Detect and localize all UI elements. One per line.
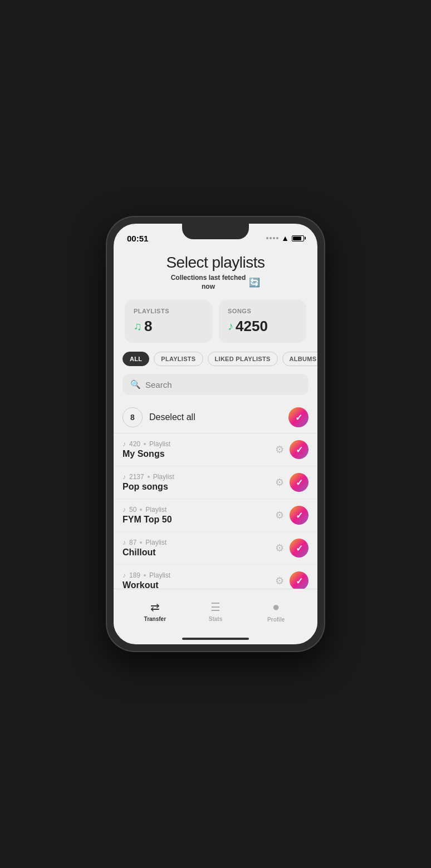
playlist-type: Playlist	[153, 473, 174, 481]
wifi-icon: ▲	[281, 234, 289, 243]
playlist-info: ♪ 189 Playlist Workout	[123, 571, 270, 589]
settings-icon[interactable]: ⚙	[275, 575, 284, 587]
playlist-name: My Songs	[123, 449, 270, 459]
deselect-row: 8 Deselect all ✓	[114, 402, 317, 433]
profile-nav-label: Profile	[267, 617, 285, 623]
music-note-icon: ♪	[123, 440, 126, 448]
filter-albums[interactable]: ALBUMS	[282, 352, 317, 366]
phone-frame: 00:51 ▲ Select playlists Collections las…	[107, 217, 324, 651]
playlist-actions: ⚙ ✓	[275, 473, 308, 492]
list-item: ♪ 2137 Playlist Pop songs ⚙ ✓	[114, 466, 317, 499]
playlist-meta: ♪ 189 Playlist	[123, 571, 270, 579]
header: Select playlists Collections last fetche…	[114, 248, 317, 300]
notch	[182, 224, 249, 239]
song-count: 2137	[129, 473, 144, 481]
settings-icon[interactable]: ⚙	[275, 509, 284, 521]
stats-nav-label: Stats	[209, 616, 222, 622]
nav-item-stats[interactable]: ☰ Stats	[185, 600, 246, 622]
playlist-type: Playlist	[145, 506, 166, 514]
nav-item-transfer[interactable]: ⇄ Transfer	[125, 600, 185, 622]
songs-value: ♪ 4250	[228, 318, 297, 335]
playlist-name: Workout	[123, 580, 270, 589]
playlist-meta: ♪ 2137 Playlist	[123, 473, 270, 481]
filter-all[interactable]: ALL	[123, 352, 149, 366]
stats-nav-icon: ☰	[210, 600, 221, 614]
battery-icon	[292, 235, 304, 241]
phone-screen: 00:51 ▲ Select playlists Collections las…	[114, 224, 317, 644]
dot-separator	[140, 509, 142, 511]
select-playlist-button[interactable]: ✓	[290, 440, 308, 459]
dot-separator	[144, 443, 146, 445]
song-count: 50	[129, 506, 136, 514]
search-input[interactable]	[145, 380, 301, 389]
playlist-actions: ⚙ ✓	[275, 440, 308, 459]
select-playlist-button[interactable]: ✓	[290, 506, 308, 525]
music-note-icon: ♪	[123, 473, 126, 481]
settings-icon[interactable]: ⚙	[275, 542, 284, 554]
list-item: ♪ 87 Playlist Chillout ⚙ ✓	[114, 532, 317, 565]
music-note-icon: ♪	[123, 571, 126, 579]
filter-liked-playlists[interactable]: LIKED PLAYLISTS	[208, 352, 278, 366]
deselect-label[interactable]: Deselect all	[149, 412, 282, 422]
selection-count-badge: 8	[123, 407, 143, 427]
stats-row: PLAYLISTS ♫ 8 SONGS ♪ 4250	[114, 300, 317, 352]
list-item: ♪ 420 Playlist My Songs ⚙ ✓	[114, 433, 317, 466]
settings-icon[interactable]: ⚙	[275, 476, 284, 489]
song-count: 189	[129, 571, 140, 579]
checkmark-icon: ✓	[296, 543, 303, 554]
list-item: ♪ 50 Playlist FYM Top 50 ⚙ ✓	[114, 499, 317, 532]
playlist-type: Playlist	[149, 440, 170, 448]
playlist-meta: ♪ 50 Playlist	[123, 506, 270, 514]
playlist-name: Chillout	[123, 548, 270, 558]
search-box: 🔍	[123, 374, 308, 395]
filter-playlists[interactable]: PLAYLISTS	[154, 352, 203, 366]
select-playlist-button[interactable]: ✓	[290, 571, 308, 589]
select-all-button[interactable]: ✓	[288, 407, 308, 427]
playlist-meta: ♪ 420 Playlist	[123, 440, 270, 448]
playlist-info: ♪ 87 Playlist Chillout	[123, 539, 270, 558]
playlist-type: Playlist	[149, 571, 170, 579]
checkmark-icon: ✓	[296, 576, 303, 586]
playlist-actions: ⚙ ✓	[275, 506, 308, 525]
playlist-meta: ♪ 87 Playlist	[123, 539, 270, 546]
playlist-info: ♪ 420 Playlist My Songs	[123, 440, 270, 459]
songs-label: SONGS	[228, 308, 297, 314]
playlist-info: ♪ 2137 Playlist Pop songs	[123, 473, 270, 492]
status-time: 00:51	[127, 234, 148, 243]
home-bar	[182, 638, 249, 640]
songs-icon: ♪	[228, 320, 233, 333]
transfer-nav-icon: ⇄	[150, 600, 160, 614]
dot-separator	[140, 541, 142, 544]
transfer-nav-label: Transfer	[144, 616, 166, 622]
playlist-actions: ⚙ ✓	[275, 571, 308, 589]
nav-item-profile[interactable]: ● Profile	[246, 600, 306, 623]
bottom-nav: ⇄ Transfer ☰ Stats ● Profile	[114, 589, 317, 633]
select-playlist-button[interactable]: ✓	[290, 473, 308, 492]
playlist-info: ♪ 50 Playlist FYM Top 50	[123, 506, 270, 525]
dot-separator	[144, 574, 146, 576]
filter-tabs: ALL PLAYLISTS LIKED PLAYLISTS ALBUMS	[114, 352, 317, 374]
profile-nav-icon: ●	[272, 600, 280, 614]
settings-icon[interactable]: ⚙	[275, 443, 284, 456]
fetch-info: Collections last fetched now 🔄	[125, 274, 306, 291]
music-note-icon: ♪	[123, 539, 126, 546]
signal-icon	[266, 237, 278, 239]
playlists-value: ♫ 8	[134, 318, 203, 335]
song-count: 87	[129, 539, 136, 546]
music-note-icon: ♪	[123, 506, 126, 514]
select-playlist-button[interactable]: ✓	[290, 539, 308, 558]
refresh-icon[interactable]: 🔄	[249, 277, 260, 288]
checkmark-icon: ✓	[296, 445, 303, 455]
playlist-name: Pop songs	[123, 482, 270, 492]
checkmark-icon: ✓	[296, 477, 303, 488]
playlists-stat-card: PLAYLISTS ♫ 8	[125, 300, 212, 343]
status-icons: ▲	[266, 234, 304, 243]
search-container: 🔍	[114, 374, 317, 402]
search-icon: 🔍	[130, 379, 141, 389]
checkmark-icon: ✓	[295, 412, 302, 423]
playlists-label: PLAYLISTS	[134, 308, 203, 314]
page-title: Select playlists	[125, 254, 306, 272]
playlist-actions: ⚙ ✓	[275, 539, 308, 558]
checkmark-icon: ✓	[296, 510, 303, 521]
home-indicator	[114, 633, 317, 644]
